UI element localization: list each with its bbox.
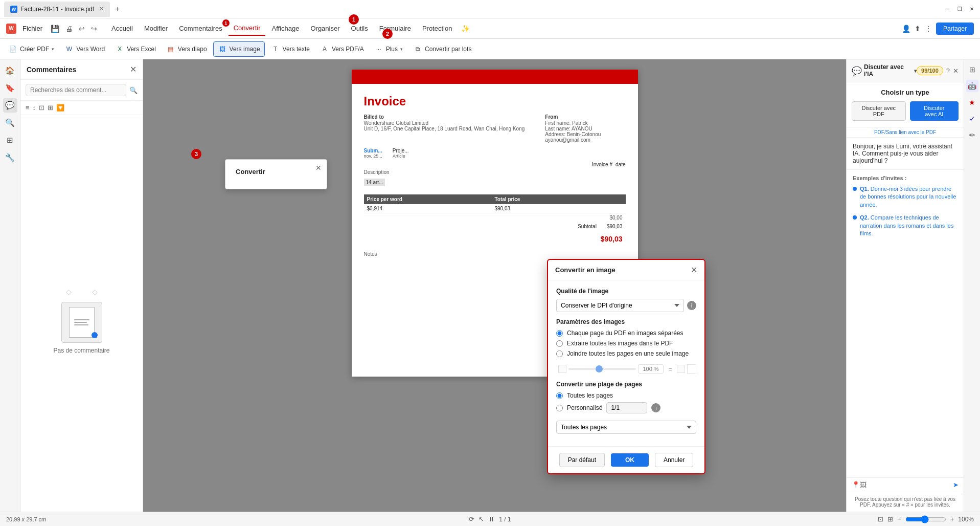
far-right-sidebar: ⊞ 🤖 ★ ✓ ✏ — [964, 59, 980, 526]
menu-formulaire[interactable]: Formulaire — [374, 21, 416, 35]
custom-radio-input[interactable] — [556, 405, 563, 411]
cursor-icon[interactable]: ↖ — [478, 515, 484, 523]
far-right-icon-robot[interactable]: 🤖 — [966, 80, 978, 92]
send-icon[interactable]: ➤ — [953, 481, 959, 489]
cancel-button[interactable]: Annuler — [655, 453, 693, 467]
all-pages-radio-item[interactable]: Toutes les pages — [556, 392, 696, 399]
options-slider[interactable] — [568, 368, 636, 370]
minimize-button[interactable]: ─ — [943, 5, 951, 13]
far-right-icon-1[interactable]: ⊞ — [966, 63, 978, 76]
location-icon[interactable]: 📍 — [852, 481, 860, 489]
layout-icon-1[interactable]: ⊡ — [878, 515, 883, 523]
menu-protection[interactable]: Protection — [417, 21, 458, 35]
menu-convertir[interactable]: Convertir — [229, 21, 266, 36]
more-icon[interactable]: ⋮ — [925, 25, 932, 33]
print-button[interactable]: 🖨 — [63, 24, 75, 34]
menu-outils[interactable]: Outils — [346, 21, 373, 35]
radio-input-2[interactable] — [556, 340, 563, 347]
zoom-slider[interactable] — [905, 515, 946, 523]
pdf-chat-button[interactable]: Discuter avec PDF — [852, 101, 906, 121]
search-sidebar-icon[interactable]: 🔍 — [3, 116, 17, 130]
undo-button[interactable]: ↩ — [77, 24, 87, 34]
far-right-icon-star[interactable]: ★ — [966, 96, 978, 108]
plus-icon: ··· — [374, 45, 383, 54]
options-box-2[interactable] — [677, 365, 685, 373]
restore-button[interactable]: ❐ — [955, 5, 964, 13]
tab-close-button[interactable]: ✕ — [99, 6, 104, 12]
close-button[interactable]: ✕ — [968, 5, 976, 13]
filter-icon-3[interactable]: ⊡ — [39, 104, 44, 112]
upload-icon[interactable]: ⬆ — [915, 25, 921, 33]
from-col: From First name: Patrick Last name: AYAN… — [545, 113, 601, 143]
zoom-out-icon[interactable]: − — [897, 515, 901, 523]
ai-help-icon[interactable]: ? — [946, 67, 950, 75]
price-val: $0,914 — [367, 206, 495, 211]
radio-input-1[interactable] — [556, 330, 563, 337]
par-defaut-button[interactable]: Par défaut — [559, 453, 605, 467]
menu-magic-icon[interactable]: ✨ — [458, 23, 473, 35]
vers-word-button[interactable]: W Vers Word — [60, 42, 109, 56]
layout-icon-2[interactable]: ⊞ — [887, 515, 893, 523]
file-menu[interactable]: Fichier — [19, 23, 45, 34]
example-item-1[interactable]: Q1. Donne-moi 3 idées pour prendre de bo… — [853, 185, 958, 209]
add-tab-button[interactable]: + — [115, 5, 120, 14]
vers-pdfa-button[interactable]: A Vers PDF/A — [316, 42, 368, 56]
menu-affichage[interactable]: Affichage — [266, 21, 304, 35]
menu-organiser[interactable]: Organiser — [305, 21, 345, 35]
filter-icon-4[interactable]: ⊞ — [48, 104, 53, 112]
save-button[interactable]: 💾 — [49, 24, 61, 34]
tools-sidebar-icon[interactable]: 🔧 — [3, 150, 17, 165]
far-right-icon-pencil[interactable]: ✏ — [966, 129, 978, 141]
options-check-box[interactable] — [558, 365, 566, 373]
comments-search-icon[interactable]: 🔍 — [129, 86, 138, 94]
ok-button[interactable]: OK — [611, 453, 649, 467]
example-text-2[interactable]: Q2. Compare les techniques de narration … — [860, 214, 958, 237]
comment-sidebar-icon[interactable]: 💬 — [3, 98, 17, 113]
menu-accueil[interactable]: Accueil — [106, 21, 138, 35]
pages-dropdown[interactable]: Toutes les pages — [556, 421, 696, 434]
scroll-icon[interactable]: ⏸ — [488, 515, 495, 523]
filter-icon-2[interactable]: ↕ — [33, 104, 36, 112]
image-icon[interactable]: 🖼 — [860, 481, 867, 489]
example-item-2[interactable]: Q2. Compare les techniques de narration … — [853, 214, 958, 237]
layers-sidebar-icon[interactable]: ⊞ — [3, 133, 17, 147]
radio-item-3[interactable]: Joindre toutes les pages en une seule im… — [556, 350, 696, 357]
custom-page-input[interactable] — [606, 402, 647, 413]
comments-search-input[interactable] — [26, 84, 126, 96]
redo-button[interactable]: ↪ — [89, 24, 99, 34]
all-pages-radio-input[interactable] — [556, 392, 563, 399]
menu-commentaires[interactable]: Commentaires — [174, 21, 227, 35]
bookmark-sidebar-icon[interactable]: 🔖 — [3, 81, 17, 95]
far-right-icon-check[interactable]: ✓ — [966, 113, 978, 125]
menu-modifier[interactable]: Modifier — [139, 21, 173, 35]
vers-image-button[interactable]: 🖼 Vers image — [213, 41, 265, 57]
vers-excel-button[interactable]: X Vers Excel — [111, 42, 160, 56]
zoom-in-icon[interactable]: + — [950, 515, 954, 523]
example-text-1[interactable]: Q1. Donne-moi 3 idées pour prendre de bo… — [860, 185, 958, 209]
convertir-small-close-button[interactable]: ✕ — [315, 164, 322, 172]
plus-button[interactable]: ··· Plus ▾ — [370, 42, 407, 56]
vers-texte-button[interactable]: T Vers texte — [267, 42, 314, 56]
pdf-sans-link[interactable]: PDF/Sans lien avec le PDF — [847, 127, 964, 138]
custom-radio-item[interactable]: Personnalisé — [556, 404, 602, 411]
dialog-close-button[interactable]: ✕ — [691, 265, 697, 275]
radio-input-3[interactable] — [556, 350, 563, 357]
rotate-icon[interactable]: ⟳ — [469, 515, 474, 523]
quality-dropdown[interactable]: Conserver le DPI d'origine — [556, 299, 684, 312]
tab-active[interactable]: W Facture-28-11 - Invoice.pdf ✕ — [4, 2, 110, 17]
custom-page-info-icon[interactable]: i — [651, 403, 660, 412]
comments-close-button[interactable]: ✕ — [130, 64, 136, 74]
creer-pdf-button[interactable]: 📄 Créer PDF ▾ — [4, 42, 58, 56]
convertir-par-lots-button[interactable]: ⧉ Convertir par lots — [409, 42, 475, 56]
ai-close-icon[interactable]: ✕ — [953, 67, 959, 75]
radio-item-2[interactable]: Extraire toutes les images dans le PDF — [556, 340, 696, 347]
radio-item-1[interactable]: Chaque page du PDF en images séparées — [556, 330, 696, 337]
filter-icon-1[interactable]: ≡ — [26, 104, 30, 112]
search-menu-icon[interactable]: 👤 — [902, 25, 910, 33]
home-sidebar-icon[interactable]: 🏠 — [3, 63, 17, 78]
filter-icon-5[interactable]: 🔽 — [56, 104, 64, 112]
ai-chat-button[interactable]: Discuter avec AI — [910, 101, 959, 121]
partager-button[interactable]: Partager — [936, 23, 974, 35]
quality-info-icon[interactable]: i — [687, 301, 696, 310]
vers-diapo-button[interactable]: ▤ Vers diapo — [162, 42, 211, 56]
